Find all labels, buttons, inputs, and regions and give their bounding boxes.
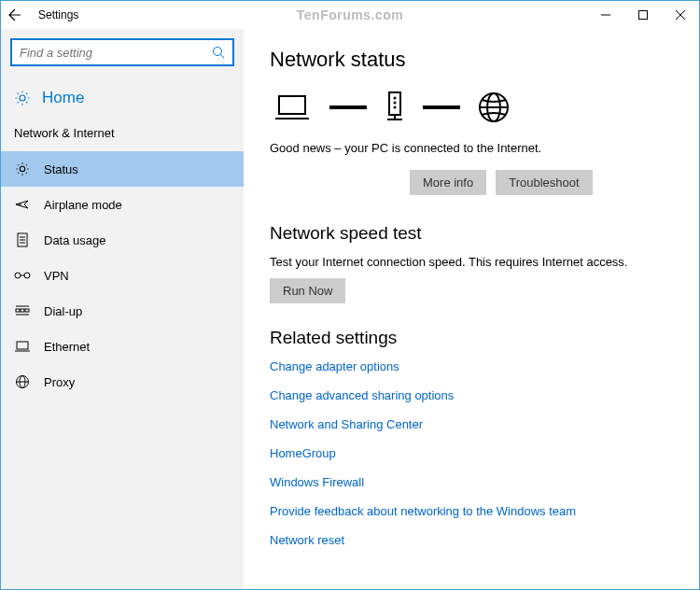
search-input[interactable] [20,46,212,60]
sidebar-item-airplane-mode[interactable]: Airplane mode [1,187,244,222]
titlebar: Settings TenForums.com [1,1,699,29]
related-link[interactable]: Windows Firewall [270,475,673,489]
speed-desc: Test your Internet connection speed. Thi… [270,255,673,269]
svg-point-27 [394,102,397,105]
sidebar-item-label: VPN [44,269,69,283]
sidebar-item-label: Dial-up [44,304,82,318]
nav-list: StatusAirplane modeData usageVPNDial-upE… [1,151,244,400]
svg-point-26 [394,97,397,100]
sidebar-item-dial-up[interactable]: Dial-up [1,293,244,329]
dialup-icon [14,304,31,317]
search-box[interactable] [10,38,234,66]
related-links: Change adapter optionsChange advanced sh… [270,359,673,547]
home-nav[interactable]: Home [1,79,244,117]
status-text: Good news – your PC is connected to the … [270,141,673,155]
sidebar-item-label: Data usage [44,233,106,247]
router-icon [384,91,406,124]
connection-line [423,105,460,109]
window-title: Settings [38,8,78,21]
search-icon [212,46,225,59]
sidebar-item-proxy[interactable]: Proxy [1,364,244,400]
globe-icon [477,91,511,124]
svg-rect-13 [16,309,20,312]
svg-point-28 [394,106,397,109]
sidebar-section-title: Network & Internet [1,117,244,151]
svg-point-4 [214,48,222,56]
related-heading: Related settings [270,328,673,348]
svg-rect-14 [21,309,24,312]
proxy-icon [14,374,31,389]
sidebar-item-vpn[interactable]: VPN [1,258,244,293]
related-link[interactable]: Provide feedback about networking to the… [270,504,673,518]
sidebar-item-status[interactable]: Status [1,151,244,187]
close-icon [676,10,685,20]
maximize-button[interactable] [624,1,662,29]
back-arrow-icon [7,7,22,22]
connection-line [329,105,367,109]
more-info-button[interactable]: More info [410,170,486,195]
gear-icon [14,90,31,106]
run-now-button[interactable]: Run Now [270,278,345,303]
airplane-icon [14,197,31,212]
vpn-icon [14,270,31,281]
sidebar-item-ethernet[interactable]: Ethernet [1,329,244,364]
minimize-button[interactable] [587,1,624,29]
svg-rect-15 [25,309,29,312]
svg-point-11 [24,273,30,278]
svg-rect-18 [17,342,28,349]
related-link[interactable]: Network reset [270,533,673,547]
related-link[interactable]: Network and Sharing Center [270,417,673,431]
status-buttons: More info Troubleshoot [410,170,673,195]
svg-rect-1 [639,11,648,20]
troubleshoot-button[interactable]: Troubleshoot [496,170,592,195]
close-button[interactable] [662,1,699,29]
svg-rect-23 [279,96,305,114]
related-link[interactable]: Change adapter options [270,359,673,373]
sidebar-item-label: Status [44,162,78,176]
status-icon [14,162,31,176]
status-heading: Network status [270,48,673,72]
watermark: TenForums.com [297,7,403,22]
related-link[interactable]: HomeGroup [270,446,673,460]
home-label: Home [42,89,84,107]
ethernet-icon [14,340,31,353]
window-controls [587,1,699,29]
computer-icon [275,93,313,121]
data-usage-icon [14,232,31,247]
minimize-icon [601,10,610,20]
back-button[interactable] [1,1,29,29]
svg-line-5 [221,55,225,59]
content-area: Home Network & Internet StatusAirplane m… [1,29,699,589]
sidebar: Home Network & Internet StatusAirplane m… [1,29,244,589]
main-panel: Network status Good news – your PC is co… [244,29,699,589]
related-link[interactable]: Change advanced sharing options [270,388,673,402]
sidebar-item-data-usage[interactable]: Data usage [1,222,244,258]
network-diagram [275,91,673,124]
sidebar-item-label: Proxy [44,375,75,389]
sidebar-item-label: Ethernet [44,340,90,354]
speed-heading: Network speed test [270,223,673,244]
sidebar-item-label: Airplane mode [44,198,122,212]
svg-point-10 [15,273,21,278]
settings-window: Settings TenForums.com Home Network & In… [0,0,700,590]
maximize-icon [638,10,648,20]
